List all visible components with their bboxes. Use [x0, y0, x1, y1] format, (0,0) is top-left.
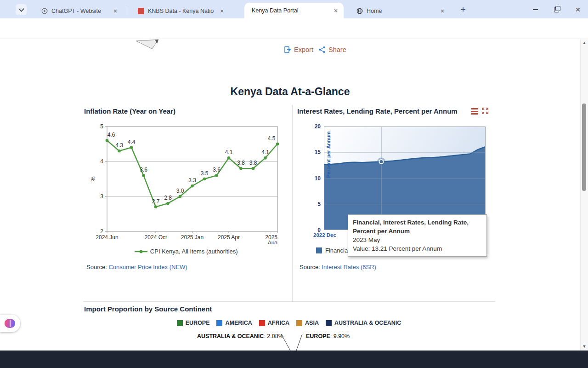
- svg-text:2025 Apr: 2025 Apr: [218, 234, 240, 241]
- callout-label: EUROPE: [306, 333, 330, 339]
- fullscreen-icon: [482, 108, 488, 114]
- page-title: Kenya Data At-a-Glance: [0, 86, 580, 98]
- import-legend-item[interactable]: AFRICA: [259, 320, 289, 326]
- inflation-line-chart[interactable]: 23452024 Jun2024 Oct2025 Jan2025 Apr2025…: [87, 123, 285, 244]
- chart-expand-button[interactable]: [482, 108, 488, 116]
- svg-text:4.4: 4.4: [128, 139, 136, 145]
- assistant-extension-button[interactable]: [0, 315, 20, 332]
- interest-ylabel: Percent per Annum: [326, 127, 331, 182]
- legend-label: AUSTRALIA & OCEANIC: [334, 320, 401, 326]
- legend-swatch: [259, 320, 265, 326]
- share-icon: [318, 46, 326, 53]
- callout-value: : 9.90%: [330, 333, 350, 339]
- import-legend-item[interactable]: AMERICA: [216, 320, 252, 326]
- tab-close-icon[interactable]: ×: [438, 7, 447, 15]
- inflation-legend-label: CPI Kenya, All Items (authorities): [150, 248, 238, 255]
- inflation-chart-title: Inflation Rate (Year on Year): [84, 107, 175, 115]
- tab-knbs[interactable]: KNBS Data - Kenya National Bu ×: [132, 3, 230, 18]
- svg-text:2025 Jan: 2025 Jan: [181, 234, 204, 241]
- svg-text:4.6: 4.6: [107, 132, 115, 138]
- scrollbar-down-arrow[interactable]: ▼: [582, 344, 587, 349]
- desktop-screen: ChatGPT - Website × KNBS Data - Kenya Na…: [0, 0, 588, 368]
- window-maximize-button[interactable]: [548, 4, 564, 16]
- chatgpt-favicon-icon: [41, 8, 48, 14]
- window-minimize-button[interactable]: [527, 4, 543, 16]
- svg-text:2: 2: [100, 228, 103, 235]
- interest-ytick-label: 20: [309, 123, 321, 130]
- legend-swatch: [326, 320, 332, 326]
- share-label: Share: [328, 46, 346, 53]
- interest-ytick-label: 5: [309, 201, 321, 207]
- svg-text:%: %: [90, 176, 96, 181]
- tab-title: KNBS Data - Kenya National Bu: [148, 8, 214, 14]
- knbs-favicon-icon: [138, 8, 144, 14]
- tab-search-button[interactable]: [16, 4, 27, 15]
- legend-label: AFRICA: [268, 320, 289, 326]
- scrollbar-thumb[interactable]: [582, 104, 586, 191]
- share-button[interactable]: Share: [318, 46, 346, 53]
- import-legend: EUROPEAMERICAAFRICAASIAAUSTRALIA & OCEAN…: [83, 320, 495, 326]
- window-close-button[interactable]: ×: [570, 4, 586, 16]
- import-legend-item[interactable]: AUSTRALIA & OCEANIC: [326, 320, 401, 326]
- inflation-source: Source: Consumer Price Index (NEW): [86, 264, 187, 270]
- svg-text:3.6: 3.6: [213, 167, 220, 173]
- section-divider: [83, 301, 495, 302]
- import-legend-item[interactable]: ASIA: [296, 320, 319, 326]
- tooltip-value: Value: 13.21 Percent per Annum: [353, 244, 482, 253]
- svg-text:3.3: 3.3: [188, 177, 196, 184]
- legend-label: EUROPE: [186, 320, 210, 326]
- interest-source: Source: Interest Rates (6SR): [300, 264, 376, 270]
- svg-text:4: 4: [100, 158, 103, 165]
- export-icon: [284, 46, 291, 53]
- tab-close-icon[interactable]: ×: [111, 7, 119, 15]
- tooltip-date: 2023 May: [353, 236, 482, 244]
- export-label: Export: [294, 46, 313, 53]
- tab-close-icon[interactable]: ×: [332, 6, 340, 15]
- svg-text:3.0: 3.0: [176, 188, 184, 194]
- svg-text:3.8: 3.8: [249, 160, 257, 166]
- tooltip-title: Financial, Interest Rates, Lending Rate,…: [353, 218, 482, 236]
- interest-source-link[interactable]: Interest Rates (6SR): [322, 264, 376, 270]
- inflation-legend[interactable]: CPI Kenya, All Items (authorities): [87, 247, 285, 255]
- export-button[interactable]: Export: [284, 46, 313, 53]
- chart-menu-button[interactable]: [471, 108, 478, 116]
- hamburger-icon: [471, 108, 478, 115]
- browser-tab-strip: ChatGPT - Website × KNBS Data - Kenya Na…: [0, 0, 588, 18]
- tab-chatgpt[interactable]: ChatGPT - Website ×: [36, 3, 123, 18]
- tab-title: ChatGPT - Website: [51, 8, 107, 14]
- tab-kenya-data-portal[interactable]: Kenya Data Portal ×: [244, 3, 344, 18]
- svg-text:3: 3: [100, 193, 103, 200]
- taskbar: ▶Player W X P C O ENGINTL: [0, 351, 588, 368]
- svg-text:2024 Oct: 2024 Oct: [145, 234, 167, 241]
- restore-icon: [554, 7, 559, 12]
- scrollbar-track[interactable]: [580, 39, 588, 351]
- svg-text:3.6: 3.6: [140, 167, 147, 173]
- tab-home[interactable]: Home ×: [351, 3, 450, 18]
- source-label: Source:: [300, 264, 320, 270]
- pie-leader-lines: [278, 331, 306, 352]
- interest-xtick-first: 2022 Dec: [313, 232, 336, 238]
- tab-title: Home: [367, 8, 435, 14]
- svg-text:Aug: Aug: [268, 240, 277, 244]
- inflation-source-link[interactable]: Consumer Price Index (NEW): [108, 264, 187, 270]
- import-legend-item[interactable]: EUROPE: [177, 320, 210, 326]
- browser-toolbar: ← → kenya.opendataforafrica.org ☆ ↓ ⋮: [0, 18, 588, 39]
- scrollbar-up-arrow[interactable]: ▲: [582, 40, 587, 45]
- pie-callout-europe: EUROPE: 9.90%: [306, 333, 350, 339]
- globe-icon: [356, 8, 363, 14]
- svg-text:4.1: 4.1: [225, 149, 233, 155]
- svg-text:4.5: 4.5: [268, 135, 276, 142]
- tab-title: Kenya Data Portal: [252, 7, 328, 14]
- tab-close-icon[interactable]: ×: [218, 7, 226, 15]
- interest-ytick-label: 10: [309, 175, 321, 182]
- svg-text:4.3: 4.3: [115, 142, 123, 149]
- svg-text:5: 5: [100, 123, 103, 130]
- chevron-down-icon: [18, 6, 24, 12]
- svg-text:3.5: 3.5: [201, 170, 209, 177]
- new-tab-button[interactable]: +: [458, 4, 469, 15]
- callout-label: AUSTRALIA & OCEANIC: [197, 333, 264, 339]
- svg-text:2.7: 2.7: [152, 198, 160, 205]
- pie-callout-australia: AUSTRALIA & OCEANIC: 2.08%: [197, 333, 283, 339]
- cropped-chart-fragment: [135, 39, 160, 50]
- legend-swatch: [216, 320, 222, 326]
